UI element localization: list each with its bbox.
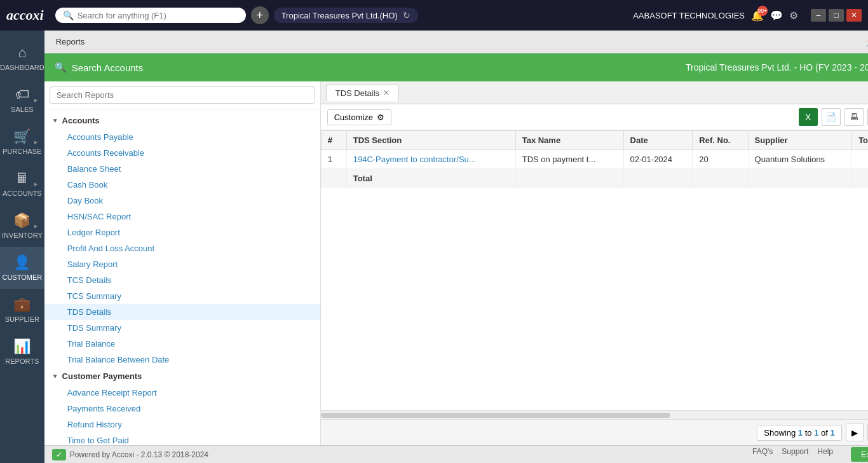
add-button[interactable]: + xyxy=(251,6,269,24)
sidebar-item-reports[interactable]: 📊 REPORTS xyxy=(0,331,44,373)
col-header-date: Date xyxy=(623,131,693,150)
horizontal-scrollbar[interactable] xyxy=(321,410,868,419)
help-link[interactable]: Help xyxy=(817,447,833,462)
sidebar-item-inventory[interactable]: 📦 INVENTORY ► xyxy=(0,205,44,247)
settings-icon[interactable]: ⚙ xyxy=(789,10,798,22)
total-amount xyxy=(852,169,868,188)
sidebar-item-supplier[interactable]: 💼 SUPPLIER xyxy=(0,289,44,331)
nav-search-input[interactable] xyxy=(50,86,315,104)
sidebar-item-purchase[interactable]: 🛒 PURCHASE ► xyxy=(0,121,44,163)
exit-button[interactable]: Exit xyxy=(851,447,868,462)
nav-trial-balance[interactable]: Trial Balance xyxy=(44,336,320,352)
pagination-info: Showing 1 to 1 of 1 xyxy=(757,425,841,441)
sidebar-label-reports: REPORTS xyxy=(5,357,39,365)
nav-refund-history[interactable]: Refund History xyxy=(44,417,320,432)
app-logo: accoxi xyxy=(6,7,44,24)
tree-group-accounts[interactable]: ▼ Accounts xyxy=(44,112,320,129)
cell-num: 1 xyxy=(321,150,346,169)
faqs-link[interactable]: FAQ's xyxy=(752,447,773,462)
close-button[interactable]: ✕ xyxy=(846,9,862,22)
customer-payments-group-label: Customer Payments xyxy=(62,371,142,381)
export-excel-button[interactable]: X xyxy=(799,108,818,126)
customize-button[interactable]: Customize ⚙ xyxy=(327,109,391,125)
inventory-expand-icon: ► xyxy=(33,223,39,230)
topbar-right: AABASOFT TECHNOLOGIES 🔔 99+ 💬 ⚙ – □ ✕ xyxy=(633,9,862,22)
next-page-button[interactable]: ▶ xyxy=(846,424,864,441)
chat-icon[interactable]: 💬 xyxy=(770,10,783,22)
notification-icon[interactable]: 🔔 99+ xyxy=(751,10,764,22)
nav-day-book[interactable]: Day Book xyxy=(44,193,320,209)
cell-ref-no: 20 xyxy=(693,150,748,169)
company-label-top: AABASOFT TECHNOLOGIES xyxy=(633,11,745,20)
nav-ledger-report[interactable]: Ledger Report xyxy=(44,225,320,240)
customer-payments-arrow-icon: ▼ xyxy=(52,373,58,380)
close-tds-tab-icon[interactable]: ✕ xyxy=(383,88,390,97)
footer: ✓ Powered by Accoxi - 2.0.13 © 2018-2024… xyxy=(44,445,868,463)
dashboard-icon: ⌂ xyxy=(18,45,26,61)
export-pdf-button[interactable]: 📄 xyxy=(822,108,841,126)
tree-group-customer-payments[interactable]: ▼ Customer Payments xyxy=(44,368,320,385)
company-pill: Tropical Treasures Pvt Ltd.(HO) ↻ xyxy=(274,8,418,23)
col-header-total: Total xyxy=(852,131,868,150)
nav-profit-loss[interactable]: Profit And Loss Account xyxy=(44,240,320,256)
accounts-arrow-icon: ▼ xyxy=(52,117,58,124)
pagination-start: 1 xyxy=(798,428,803,438)
sidebar-label-inventory: INVENTORY xyxy=(2,232,43,239)
pagination-bar: Showing 1 to 1 of 1 ▶ ▶▶ xyxy=(321,419,868,445)
sidebar-item-sales[interactable]: 🏷 SALES ► xyxy=(0,79,44,121)
showing-text: Showing xyxy=(764,428,797,438)
minimize-button[interactable]: – xyxy=(811,9,826,22)
nav-tds-details[interactable]: TDS Details xyxy=(44,304,320,320)
footer-links: FAQ's Support Help Exit xyxy=(752,447,868,462)
company-name: Tropical Treasures Pvt Ltd.(HO) xyxy=(281,11,398,20)
nav-cash-book[interactable]: Cash Book xyxy=(44,177,320,193)
support-link[interactable]: Support xyxy=(782,447,808,462)
accounts-items: Accounts Payable Accounts Receivable Bal… xyxy=(44,129,320,368)
main-layout: ⌂ DASHBOARD 🏷 SALES ► 🛒 PURCHASE ► 🖩 ACC… xyxy=(0,31,868,463)
customize-gear-icon: ⚙ xyxy=(377,113,384,122)
search-icon-header: 🔍 xyxy=(55,62,67,73)
sidebar-label-dashboard: DASHBOARD xyxy=(0,64,44,71)
accounts-group-label: Accounts xyxy=(62,116,100,125)
purchase-icon: 🛒 xyxy=(13,128,31,145)
nav-salary-report[interactable]: Salary Report xyxy=(44,256,320,272)
tds-details-tab-label: TDS Details xyxy=(336,88,379,98)
print-button[interactable]: 🖶 xyxy=(844,108,864,126)
nav-tds-summary[interactable]: TDS Summary xyxy=(44,320,320,336)
nav-accounts-payable[interactable]: Accounts Payable xyxy=(44,129,320,145)
sidebar-item-accounts[interactable]: 🖩 ACCOUNTS ► xyxy=(0,163,44,205)
sales-icon: 🏷 xyxy=(15,86,29,103)
pagination-of: of xyxy=(821,428,830,438)
search-icon: 🔍 xyxy=(63,10,74,20)
total-supplier xyxy=(748,169,852,188)
maximize-button[interactable]: □ xyxy=(829,9,844,22)
cell-supplier: Quantum Solutions xyxy=(748,150,852,169)
nav-trial-balance-between[interactable]: Trial Balance Between Date xyxy=(44,352,320,368)
supplier-icon: 💼 xyxy=(13,296,31,313)
nav-accounts-receivable[interactable]: Accounts Receivable xyxy=(44,145,320,161)
tds-details-table: # TDS Section Tax Name Date Ref. No. Sup… xyxy=(321,130,868,188)
cell-total xyxy=(852,150,868,169)
global-search-input[interactable] xyxy=(78,11,230,20)
nav-time-to-get-paid[interactable]: Time to Get Paid xyxy=(44,432,320,445)
refresh-icon[interactable]: ↻ xyxy=(403,10,410,20)
cell-tds-section: 194C-Payment to contractor/Su... xyxy=(346,150,515,169)
nav-search-area xyxy=(44,81,320,109)
nav-hsn-sac-report[interactable]: HSN/SAC Report xyxy=(44,209,320,225)
nav-tcs-details[interactable]: TCS Details xyxy=(44,272,320,288)
sidebar-item-dashboard[interactable]: ⌂ DASHBOARD xyxy=(0,37,44,79)
total-tax xyxy=(515,169,623,188)
nav-tcs-summary[interactable]: TCS Summary xyxy=(44,288,320,304)
global-search-bar[interactable]: 🔍 xyxy=(55,8,246,23)
tds-details-tab[interactable]: TDS Details ✕ xyxy=(326,85,399,101)
sidebar-item-customer[interactable]: 👤 CUSTOMER xyxy=(0,247,44,289)
content-area: Reports 📌 ✕ 🔍 Search Accounts Tropical T… xyxy=(44,31,868,463)
left-nav: ▼ Accounts Accounts Payable Accounts Rec… xyxy=(44,81,321,445)
sidebar-label-supplier: SUPPLIER xyxy=(5,315,39,323)
nav-payments-received[interactable]: Payments Received xyxy=(44,401,320,417)
nav-advance-receipt[interactable]: Advance Receipt Report xyxy=(44,385,320,401)
hscroll-thumb[interactable] xyxy=(321,413,670,418)
tab-pin-button[interactable]: 📌 xyxy=(865,37,868,47)
nav-balance-sheet[interactable]: Balance Sheet xyxy=(44,161,320,177)
reports-tabbar: Reports 📌 ✕ xyxy=(44,31,868,53)
